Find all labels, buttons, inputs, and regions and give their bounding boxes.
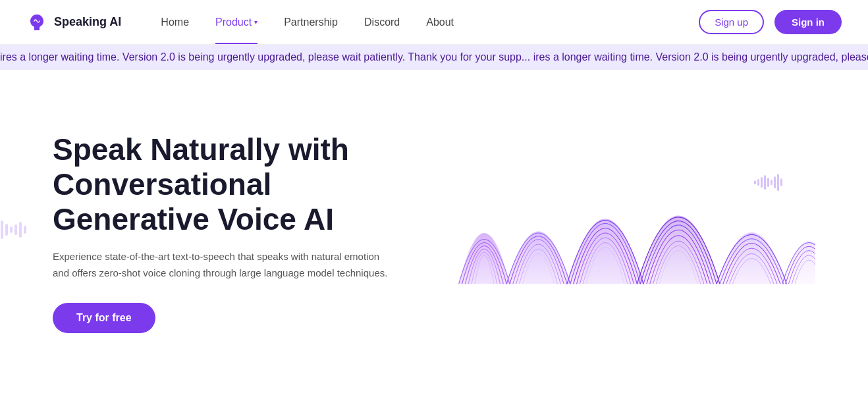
logo-text: Speaking AI — [54, 15, 121, 29]
hero-visual — [433, 141, 815, 325]
signup-button[interactable]: Sign up — [699, 10, 764, 34]
chevron-down-icon: ▾ — [254, 18, 258, 26]
nav-links: Home Product ▾ Partnership Discord About — [161, 16, 699, 28]
hero-section: Speak Naturally with Conversational Gene… — [0, 70, 868, 389]
banner-text: ires a longer waiting time. Version 2.0 … — [0, 51, 868, 63]
wave-visualization — [433, 141, 815, 325]
nav-about[interactable]: About — [426, 16, 454, 28]
logo-link[interactable]: Speaking AI — [26, 12, 121, 33]
signin-button[interactable]: Sign in — [774, 10, 842, 34]
nav-discord[interactable]: Discord — [364, 16, 400, 28]
hero-description: Experience state-of-the-art text-to-spee… — [53, 249, 395, 282]
nav-home[interactable]: Home — [161, 16, 189, 28]
try-for-free-button[interactable]: Try for free — [53, 303, 155, 333]
nav-actions: Sign up Sign in — [699, 10, 842, 34]
navbar: Speaking AI Home Product ▾ Partnership D… — [0, 0, 868, 45]
nav-product[interactable]: Product ▾ — [215, 16, 258, 28]
nav-partnership[interactable]: Partnership — [284, 16, 338, 28]
announcement-banner: ires a longer waiting time. Version 2.0 … — [0, 45, 868, 70]
logo-icon — [26, 12, 47, 33]
hero-title: Speak Naturally with Conversational Gene… — [53, 132, 433, 237]
hero-content: Speak Naturally with Conversational Gene… — [53, 132, 433, 332]
waveform-left-decoration — [0, 221, 26, 239]
